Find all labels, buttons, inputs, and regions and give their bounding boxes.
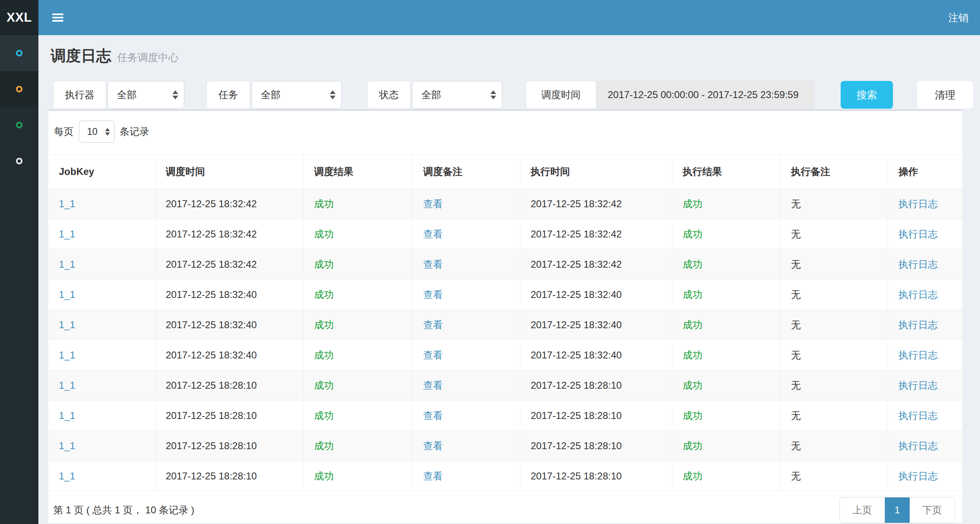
sidebar-item-3[interactable] <box>0 107 38 143</box>
job-select-value: 全部 <box>261 88 280 101</box>
handle-result-cell: 成功 <box>672 219 780 249</box>
trigger-time-cell: 2017-12-25 18:32:42 <box>155 219 303 249</box>
logout-link[interactable]: 注销 <box>948 11 969 25</box>
trigger-time-filter-group: 调度时间 2017-12-25 00:00:00 - 2017-12-25 23… <box>526 81 814 109</box>
jobkey-link[interactable]: 1_1 <box>48 280 155 310</box>
sidebar-item-2[interactable] <box>0 71 38 107</box>
trigger-remark-link[interactable]: 查看 <box>412 370 520 401</box>
circle-icon <box>16 86 22 92</box>
trigger-result-cell: 成功 <box>303 219 412 249</box>
jobkey-link[interactable]: 1_1 <box>48 249 155 280</box>
table-row: 1_12017-12-25 18:32:42成功查看2017-12-25 18:… <box>48 189 962 219</box>
handle-result-cell: 成功 <box>672 461 780 491</box>
execution-log-link[interactable]: 执行日志 <box>888 249 962 280</box>
trigger-remark-link[interactable]: 查看 <box>412 219 520 249</box>
execution-log-link[interactable]: 执行日志 <box>888 280 962 310</box>
handle-remark-cell: 无 <box>780 401 888 431</box>
page-header: 调度日志 任务调度中心 <box>38 35 980 73</box>
jobkey-link[interactable]: 1_1 <box>48 401 155 431</box>
sidebar-item-1[interactable] <box>0 35 38 71</box>
column-header: 操作 <box>888 155 962 189</box>
pagination-page-1-button[interactable]: 1 <box>885 497 910 523</box>
handle-remark-cell: 无 <box>780 340 888 370</box>
handle-remark-cell: 无 <box>780 431 888 461</box>
handle-remark-cell: 无 <box>780 189 888 219</box>
main-content: 调度日志 任务调度中心 执行器 全部 任务 全部 状态 <box>38 35 980 524</box>
handle-result-cell: 成功 <box>672 401 780 431</box>
jobkey-link[interactable]: 1_1 <box>48 340 155 370</box>
column-header: 执行结果 <box>672 155 780 189</box>
jobkey-link[interactable]: 1_1 <box>48 310 155 340</box>
clear-button[interactable]: 清理 <box>917 81 973 109</box>
table-header-row: JobKey调度时间调度结果调度备注执行时间执行结果执行备注操作 <box>48 155 962 189</box>
handle-time-cell: 2017-12-25 18:28:10 <box>520 401 672 431</box>
pagination-next-button[interactable]: 下页 <box>910 497 955 523</box>
trigger-time-range-input[interactable]: 2017-12-25 00:00:00 - 2017-12-25 23:59:5… <box>597 81 814 109</box>
executor-select[interactable]: 全部 <box>107 81 184 109</box>
execution-log-link[interactable]: 执行日志 <box>888 401 962 431</box>
handle-remark-cell: 无 <box>780 310 888 340</box>
trigger-remark-link[interactable]: 查看 <box>412 340 520 370</box>
handle-time-cell: 2017-12-25 18:32:42 <box>520 249 672 280</box>
trigger-time-cell: 2017-12-25 18:28:10 <box>155 431 303 461</box>
table-row: 1_12017-12-25 18:32:42成功查看2017-12-25 18:… <box>48 219 962 249</box>
column-header: 调度备注 <box>412 155 520 189</box>
executor-select-value: 全部 <box>117 88 136 101</box>
page-subtitle: 任务调度中心 <box>117 51 179 64</box>
trigger-remark-link[interactable]: 查看 <box>412 310 520 340</box>
column-header: JobKey <box>48 155 155 189</box>
handle-time-cell: 2017-12-25 18:32:40 <box>520 340 672 370</box>
trigger-remark-link[interactable]: 查看 <box>412 189 520 219</box>
job-filter-label: 任务 <box>206 81 250 109</box>
trigger-remark-link[interactable]: 查看 <box>412 401 520 431</box>
trigger-result-cell: 成功 <box>303 461 412 491</box>
circle-icon <box>16 122 22 128</box>
table-row: 1_12017-12-25 18:32:40成功查看2017-12-25 18:… <box>48 340 962 370</box>
navbar: 注销 <box>38 0 980 35</box>
handle-time-cell: 2017-12-25 18:28:10 <box>520 431 672 461</box>
handle-result-cell: 成功 <box>672 249 780 280</box>
sidebar-item-4[interactable] <box>0 143 38 179</box>
page-size-select[interactable]: 10 <box>79 121 114 143</box>
trigger-remark-link[interactable]: 查看 <box>412 431 520 461</box>
page-size-prefix: 每页 <box>54 125 74 138</box>
trigger-time-cell: 2017-12-25 18:32:40 <box>155 340 303 370</box>
log-list-panel: 每页 10 条记录 JobKey调度时间调度结果调度备注执行时间执行结果执行备注… <box>48 110 962 523</box>
column-header: 调度时间 <box>155 155 303 189</box>
column-header: 执行时间 <box>520 155 672 189</box>
trigger-time-cell: 2017-12-25 18:32:42 <box>155 189 303 219</box>
search-button[interactable]: 搜索 <box>841 81 893 109</box>
status-select[interactable]: 全部 <box>412 81 502 109</box>
select-arrows-icon <box>330 90 336 99</box>
execution-log-link[interactable]: 执行日志 <box>888 310 962 340</box>
execution-log-link[interactable]: 执行日志 <box>888 219 962 249</box>
execution-log-link[interactable]: 执行日志 <box>888 370 962 401</box>
app-logo[interactable]: XXL <box>0 0 38 35</box>
trigger-remark-link[interactable]: 查看 <box>412 280 520 310</box>
jobkey-link[interactable]: 1_1 <box>48 431 155 461</box>
handle-time-cell: 2017-12-25 18:32:40 <box>520 310 672 340</box>
jobkey-link[interactable]: 1_1 <box>48 370 155 401</box>
trigger-remark-link[interactable]: 查看 <box>412 461 520 491</box>
trigger-time-cell: 2017-12-25 18:28:10 <box>155 461 303 491</box>
table-footer: 第 1 页 ( 总共 1 页， 10 条记录 ) 上页 1 下页 <box>48 491 962 523</box>
execution-log-link[interactable]: 执行日志 <box>888 340 962 370</box>
select-arrows-icon <box>105 128 110 136</box>
hamburger-icon <box>52 13 63 22</box>
handle-result-cell: 成功 <box>672 280 780 310</box>
handle-result-cell: 成功 <box>672 310 780 340</box>
pagination-prev-button[interactable]: 上页 <box>840 497 885 523</box>
jobkey-link[interactable]: 1_1 <box>48 461 155 491</box>
filter-row: 执行器 全部 任务 全部 状态 全部 <box>53 81 980 109</box>
sidebar-toggle-button[interactable] <box>51 9 65 26</box>
page-size-suffix: 条记录 <box>120 125 149 138</box>
select-arrows-icon <box>490 90 496 99</box>
job-select[interactable]: 全部 <box>251 81 342 109</box>
execution-log-link[interactable]: 执行日志 <box>888 431 962 461</box>
trigger-time-cell: 2017-12-25 18:32:40 <box>155 280 303 310</box>
jobkey-link[interactable]: 1_1 <box>48 219 155 249</box>
execution-log-link[interactable]: 执行日志 <box>888 461 962 491</box>
execution-log-link[interactable]: 执行日志 <box>888 189 962 219</box>
trigger-remark-link[interactable]: 查看 <box>412 249 520 280</box>
jobkey-link[interactable]: 1_1 <box>48 189 155 219</box>
